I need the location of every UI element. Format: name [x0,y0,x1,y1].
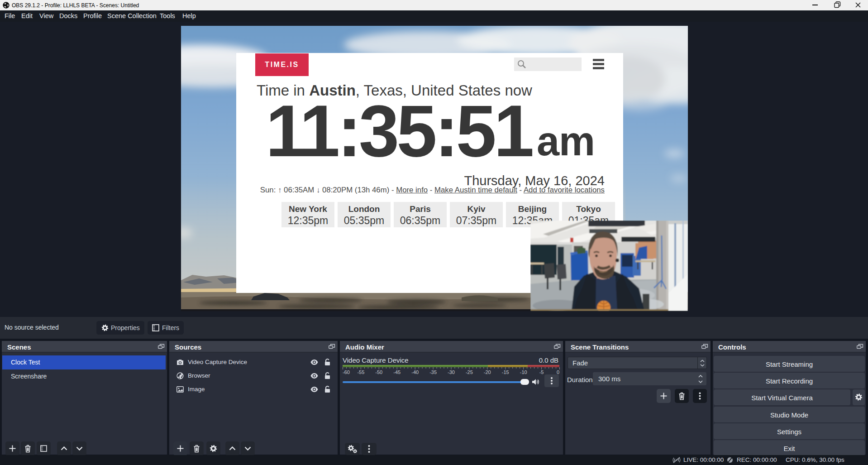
svg-text:-5: -5 [539,369,544,375]
svg-text:-35: -35 [429,369,437,375]
svg-text:-15: -15 [502,369,509,375]
svg-text:-25: -25 [466,369,473,375]
svg-text:-30: -30 [448,369,455,375]
svg-text:-50: -50 [375,369,382,375]
svg-text:-10: -10 [520,369,527,375]
svg-text:-40: -40 [411,369,419,375]
svg-text:-60: -60 [343,369,350,375]
svg-text:-45: -45 [393,369,401,375]
svg-text:0: 0 [557,369,559,375]
svg-text:-55: -55 [357,369,364,375]
svg-text:-20: -20 [484,369,491,375]
